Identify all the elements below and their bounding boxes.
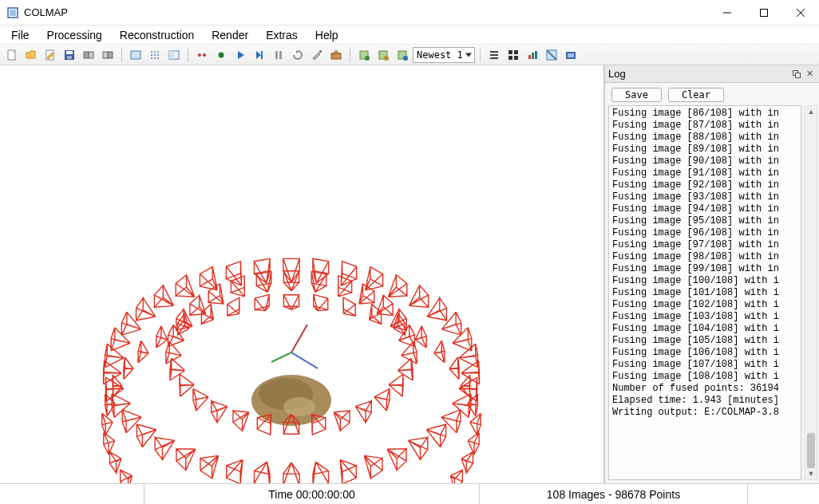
view-points-button[interactable] <box>146 46 164 64</box>
log-line: Fusing image [103/108] with i <box>612 311 797 323</box>
svg-point-27 <box>198 53 201 57</box>
scroll-up-icon[interactable]: ▲ <box>805 106 817 117</box>
svg-rect-11 <box>84 52 89 58</box>
svg-rect-10 <box>67 56 72 59</box>
menu-file[interactable]: File <box>3 27 38 43</box>
close-panel-icon[interactable]: ✕ <box>803 68 816 81</box>
svg-rect-50 <box>535 51 537 59</box>
fusion-button[interactable] <box>394 46 411 64</box>
step-button[interactable] <box>251 46 268 64</box>
log-save-button[interactable]: Save <box>611 88 662 102</box>
log-line: Fusing image [88/108] with in <box>612 132 797 144</box>
log-line: Fusing image [96/108] with in <box>612 227 797 239</box>
log-line: Fusing image [95/108] with in <box>612 215 797 227</box>
edit-project-button[interactable] <box>42 46 59 64</box>
log-line: Fusing image [102/108] with i <box>612 299 797 311</box>
menubar: File Processing Reconstruction Render Ex… <box>0 26 819 45</box>
status-info: 108 Images - 98678 Points <box>479 484 747 504</box>
match-matrix-button[interactable] <box>543 46 560 64</box>
log-text[interactable]: Fusing image [86/108] with inFusing imag… <box>608 105 801 480</box>
log-panel-header[interactable]: Log ✕ <box>605 65 819 83</box>
svg-rect-31 <box>275 51 278 59</box>
stats-button[interactable] <box>524 46 541 64</box>
status-time: Time 00:00:00:00 <box>144 484 479 504</box>
log-line: Fusing image [94/108] with in <box>612 203 797 215</box>
svg-rect-46 <box>508 56 512 60</box>
svg-rect-30 <box>261 51 263 59</box>
menu-render[interactable]: Render <box>204 27 256 43</box>
play-button[interactable] <box>231 46 249 64</box>
svg-point-58 <box>283 397 315 416</box>
open-project-button[interactable] <box>22 46 40 64</box>
svg-line-56 <box>271 352 291 362</box>
options-button[interactable] <box>308 46 326 64</box>
undock-icon[interactable] <box>790 68 803 81</box>
view-image-button[interactable] <box>127 46 144 64</box>
svg-point-36 <box>365 56 370 61</box>
log-line: Writing output: E:/COLMAP-3.8 <box>612 407 797 419</box>
menu-processing[interactable]: Processing <box>39 27 110 43</box>
svg-rect-14 <box>108 52 113 58</box>
export-model-button[interactable] <box>99 46 117 64</box>
viewport-3d[interactable] <box>0 65 604 483</box>
view-match-button[interactable] <box>165 46 183 64</box>
svg-rect-44 <box>508 50 512 54</box>
log-line: Fusing image [91/108] with in <box>612 167 797 179</box>
svg-rect-26 <box>169 51 174 59</box>
log-line: Fusing image [104/108] with i <box>612 323 797 335</box>
log-scrollbar[interactable]: ▲ ▼ <box>805 105 817 480</box>
main-area: Log ✕ Save Clear Fusing image [86/108] w… <box>0 65 819 483</box>
svg-rect-53 <box>568 53 574 57</box>
start-button[interactable] <box>212 46 230 64</box>
undistort-button[interactable] <box>355 46 373 64</box>
reset-view-button[interactable] <box>562 46 580 64</box>
scroll-thumb[interactable] <box>807 433 815 468</box>
svg-line-55 <box>291 325 307 352</box>
grab-image-button[interactable] <box>504 46 522 64</box>
reset-button[interactable] <box>289 46 307 64</box>
svg-point-24 <box>157 57 159 59</box>
svg-point-29 <box>219 52 224 57</box>
model-selector-label: Newest 1 <box>417 49 463 61</box>
svg-rect-15 <box>131 51 140 59</box>
svg-rect-13 <box>103 52 108 58</box>
model-selector[interactable]: Newest 1 <box>413 47 475 63</box>
svg-rect-45 <box>514 50 518 54</box>
status-left <box>0 484 144 504</box>
scroll-down-icon[interactable]: ▼ <box>805 468 817 479</box>
svg-point-22 <box>151 57 152 59</box>
svg-point-16 <box>151 51 152 53</box>
pause-button[interactable] <box>270 46 287 64</box>
log-clear-button[interactable]: Clear <box>668 88 724 102</box>
log-line: Fusing image [100/108] with i <box>612 275 797 287</box>
svg-rect-47 <box>514 56 518 60</box>
window-controls <box>709 0 819 26</box>
svg-point-28 <box>203 53 206 57</box>
save-project-button[interactable] <box>61 46 78 64</box>
minimize-button[interactable] <box>709 0 746 26</box>
close-button[interactable] <box>782 0 819 26</box>
new-project-button[interactable] <box>3 46 21 64</box>
log-panel: Log ✕ Save Clear Fusing image [86/108] w… <box>604 65 819 483</box>
log-line: Fusing image [101/108] with i <box>612 287 797 299</box>
svg-point-38 <box>384 56 389 61</box>
menu-reconstruction[interactable]: Reconstruction <box>112 27 202 43</box>
menu-extras[interactable]: Extras <box>258 27 306 43</box>
svg-point-20 <box>154 54 156 56</box>
stereo-button[interactable] <box>374 46 392 64</box>
dense-button[interactable] <box>327 46 345 64</box>
log-line: Fusing image [86/108] with in <box>612 108 797 120</box>
menu-help[interactable]: Help <box>307 27 346 43</box>
log-line: Fusing image [105/108] with i <box>612 335 797 347</box>
log-toggle-button[interactable] <box>485 46 503 64</box>
axis-gizmo <box>271 325 318 368</box>
log-buttons: Save Clear <box>605 83 819 105</box>
log-line: Fusing image [108/108] with i <box>612 371 797 383</box>
svg-rect-33 <box>319 50 322 53</box>
record-button[interactable] <box>193 46 211 64</box>
import-model-button[interactable] <box>80 46 97 64</box>
svg-point-23 <box>154 57 156 59</box>
log-line: Fusing image [97/108] with in <box>612 239 797 251</box>
titlebar: COLMAP <box>0 0 819 26</box>
maximize-button[interactable] <box>746 0 782 26</box>
